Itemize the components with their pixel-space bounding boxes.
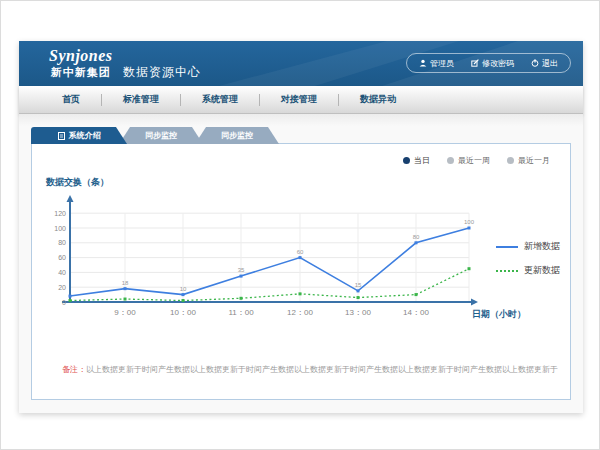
tab-label: 同步监控 — [145, 130, 177, 141]
legend-item-updated-data[interactable]: 更新数据 — [496, 264, 560, 277]
tab-system-intro[interactable]: 系统介绍 — [31, 127, 127, 144]
tab-bar: 系统介绍 同步监控 同步监控 — [31, 127, 279, 144]
svg-text:40: 40 — [58, 269, 66, 276]
screenshot-frame: Synjones 新中新集团 数据资源中心 管理员 修改密码 退出 — [0, 0, 600, 450]
nav-item-interface-mgmt[interactable]: 对接管理 — [260, 93, 338, 106]
dotted-line-swatch — [496, 270, 518, 272]
nav-item-home[interactable]: 首页 — [41, 93, 101, 106]
svg-text:80: 80 — [58, 239, 66, 246]
svg-text:15: 15 — [355, 282, 362, 288]
footnote: 备注：以上数据更新于时间产生数据以上数据更新于时间产生数据以上数据更新于时间产生… — [62, 364, 558, 375]
tab-label: 同步监控 — [221, 130, 253, 141]
document-icon — [58, 132, 65, 140]
radio-today[interactable]: 当日 — [403, 155, 430, 166]
svg-text:10：00: 10：00 — [170, 308, 196, 317]
svg-text:60: 60 — [297, 249, 304, 255]
svg-text:0: 0 — [62, 299, 66, 306]
chart-panel: 当日 最近一周 最近一月 数据交换（条） 0204060801001209：00… — [31, 143, 571, 400]
app-window: Synjones 新中新集团 数据资源中心 管理员 修改密码 退出 — [19, 41, 583, 413]
user-icon — [419, 59, 427, 67]
edit-icon — [471, 59, 479, 67]
period-radio-group: 当日 最近一周 最近一月 — [403, 155, 550, 166]
logout-label: 退出 — [542, 58, 558, 69]
svg-text:9：00: 9：00 — [114, 308, 136, 317]
brand-name: Synjones — [49, 48, 113, 64]
svg-text:11：00: 11：00 — [228, 308, 254, 317]
svg-text:日期（小时）: 日期（小时） — [472, 309, 524, 319]
radio-dot-icon — [403, 157, 410, 164]
company-logo: Synjones 新中新集团 — [49, 48, 113, 78]
svg-text:80: 80 — [413, 234, 420, 240]
legend-label: 更新数据 — [524, 264, 560, 277]
change-password-label: 修改密码 — [482, 58, 514, 69]
company-name: 新中新集团 — [49, 67, 113, 78]
svg-text:100: 100 — [464, 219, 475, 225]
content-area: 系统介绍 同步监控 同步监控 当日 最近一周 — [19, 114, 583, 413]
nav-item-data-change[interactable]: 数据异动 — [339, 93, 417, 106]
radio-last-month[interactable]: 最近一月 — [507, 155, 550, 166]
radio-last-week[interactable]: 最近一周 — [447, 155, 490, 166]
radio-label: 当日 — [414, 155, 430, 166]
nav-item-standard-mgmt[interactable]: 标准管理 — [102, 93, 180, 106]
admin-user-label: 管理员 — [430, 58, 454, 69]
power-icon — [531, 59, 539, 67]
svg-text:12：00: 12：00 — [287, 308, 313, 317]
app-header: Synjones 新中新集团 数据资源中心 管理员 修改密码 退出 — [19, 41, 583, 86]
svg-text:18: 18 — [122, 280, 129, 286]
svg-text:13：00: 13：00 — [345, 308, 371, 317]
user-menu: 管理员 修改密码 退出 — [406, 53, 571, 73]
change-password-button[interactable]: 修改密码 — [471, 58, 514, 69]
radio-dot-icon — [447, 157, 454, 164]
line-chart: 0204060801001209：0010：0011：0012：0013：001… — [54, 191, 524, 335]
tab-label: 系统介绍 — [69, 130, 101, 141]
legend-item-new-data[interactable]: 新增数据 — [496, 240, 560, 253]
tab-sync-monitor-1[interactable]: 同步监控 — [119, 127, 203, 144]
footnote-text: 以上数据更新于时间产生数据以上数据更新于时间产生数据以上数据更新于时间产生数据以… — [86, 365, 558, 374]
y-axis-title: 数据交换（条） — [46, 176, 109, 189]
logout-button[interactable]: 退出 — [531, 58, 558, 69]
svg-text:35: 35 — [238, 267, 245, 273]
legend-label: 新增数据 — [524, 240, 560, 253]
nav-item-system-mgmt[interactable]: 系统管理 — [181, 93, 259, 106]
chart-legend: 新增数据 更新数据 — [496, 240, 560, 277]
page-title: 数据资源中心 — [123, 64, 201, 81]
svg-text:120: 120 — [54, 210, 66, 217]
main-nav: 首页 标准管理 系统管理 对接管理 数据异动 — [19, 86, 583, 114]
admin-user-button[interactable]: 管理员 — [419, 58, 454, 69]
svg-text:100: 100 — [54, 225, 66, 232]
svg-text:20: 20 — [58, 284, 66, 291]
svg-text:60: 60 — [58, 254, 66, 261]
svg-text:14：00: 14：00 — [403, 308, 429, 317]
radio-label: 最近一月 — [518, 155, 550, 166]
footnote-tag: 备注： — [62, 365, 86, 374]
radio-dot-icon — [507, 157, 514, 164]
tab-sync-monitor-2[interactable]: 同步监控 — [195, 127, 279, 144]
radio-label: 最近一周 — [458, 155, 490, 166]
svg-text:10: 10 — [180, 286, 187, 292]
solid-line-swatch — [496, 246, 518, 248]
